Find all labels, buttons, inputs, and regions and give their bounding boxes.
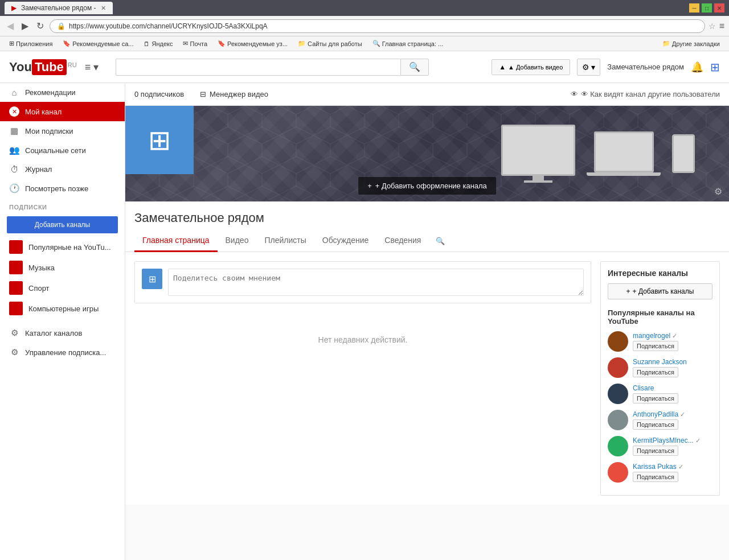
maximize-button[interactable]: □ [702,3,712,13]
channel-link-anthony[interactable]: AnthonyPadilla ✓ [633,410,712,418]
channel-name-header[interactable]: Замечательное рядом [607,63,684,71]
channel-avatar: ⊞ [125,106,194,174]
manage-icon: ⚙ [9,347,19,357]
sidebar-item-manage[interactable]: ⚙ Управление подписка... [0,343,125,362]
tab-home[interactable]: Главная страница [134,230,218,252]
bookmark-other[interactable]: 📁 Другие закладки [658,39,724,48]
add-channels-sidebar-button[interactable]: Добавить каналы [7,216,118,233]
sidebar-item-watch-later[interactable]: 🕐 Посмотреть позже [0,179,125,198]
channel-icon: ✕ [9,106,19,117]
search-button[interactable]: 🔍 [400,59,429,76]
dropdown-icon: ▾ [591,63,595,72]
sidebar-label: Рекомендации [25,88,76,97]
home-icon: ⌂ [9,88,19,97]
bookmark-recommended1[interactable]: 🔖 Рекомендуемые са... [58,39,138,48]
bookmark-label: Рекомендуемые уз... [227,40,288,47]
channel-art-settings-icon[interactable]: ⚙ [714,186,722,197]
sidebar-item-journal[interactable]: ⏱ Журнал [0,160,125,179]
close-button[interactable]: ✕ [714,3,724,13]
bookmark-recommended2[interactable]: 🔖 Рекомендуемые уз... [213,39,292,48]
subscribe-clisare-button[interactable]: Подписаться [633,393,678,403]
left-sidebar: ⌂ Рекомендации ✕ Мой канал ▦ Мои подписк… [0,83,125,560]
sidebar-channel-popular[interactable]: Популярные на YouTu... [0,237,125,257]
add-video-button[interactable]: ▲ ▲ Добавить видео [492,59,570,75]
youtube-page: YouTubeRU ≡ ▾ 🔍 ▲ ▲ Добавить видео ⚙ ▾ З… [0,51,729,560]
bookmark-work[interactable]: 📁 Сайты для работы [293,39,367,48]
apps-grid-button[interactable]: ⊞ [710,60,720,74]
laptop-base [587,172,661,176]
post-box: ⊞ [134,261,591,303]
channel-thumb-music [9,261,23,274]
youtube-logo[interactable]: YouTubeRU [9,59,77,75]
bookmark-star-button[interactable]: ☆ [708,22,716,31]
youtube-logo-area: YouTubeRU ≡ ▾ [9,57,102,77]
channel-link-karissa[interactable]: Karissa Pukas ✓ [633,463,712,471]
channel-body: ⊞ Нет недавних действий. [125,252,729,505]
channel-link-clisare[interactable]: Clisare [633,384,712,392]
channel-link-suzanne[interactable]: Suzanne Jackson [633,358,712,366]
subscribe-anthony-button[interactable]: Подписаться [633,419,678,430]
sidebar-item-my-channel[interactable]: ✕ Мой канал [0,102,125,121]
sidebar-item-catalog[interactable]: ⚙ Каталог каналов [0,323,125,343]
channel-thumb-sport [9,281,23,295]
sidebar-item-recommendations[interactable]: ⌂ Рекомендации [0,83,125,102]
browser-window: ▶ Замечательное рядом - ✕ ─ □ ✕ ◀ ▶ ↻ 🔒 … [0,0,729,560]
settings-button[interactable]: ⚙ ▾ [577,59,600,76]
sidebar-channel-sport[interactable]: Спорт [0,278,125,298]
sidebar-item-social[interactable]: 👥 Социальные сети [0,141,125,160]
channel-stats-bar: 0 подписчиков ⊟ Менеджер видео 👁 👁 Как в… [125,83,729,106]
bookmark-applications[interactable]: ⊞ Приложения [5,39,57,48]
sidebar-channel-music[interactable]: Музыка [0,257,125,278]
subscribe-karissa-button[interactable]: Подписаться [633,472,678,482]
tab-video[interactable]: Видео [218,230,257,252]
verified-icon: ✓ [672,332,677,340]
sidebar-item-subscriptions[interactable]: ▦ Мои подписки [0,121,125,141]
channel-art-area: ⊞ [125,106,729,201]
address-bar[interactable]: 🔒 https://www.youtube.com/channel/UCRYKn… [50,19,705,33]
channel-link-kermit[interactable]: KermitPlaysMInec... ✓ [633,437,712,444]
subscriptions-section-label: ПОДПИСКИ [0,198,125,213]
tab-playlists[interactable]: Плейлисты [256,230,314,252]
add-channel-art-button[interactable]: + + Добавить оформление канала [358,177,496,195]
back-button[interactable]: ◀ [5,18,16,34]
channel-thumb-games [9,302,23,315]
bookmark-yandex[interactable]: 🗒 Яндекс [139,39,177,48]
search-input[interactable] [116,59,400,76]
no-activity-text: Нет недавних действий. [318,335,408,344]
subscribe-mangelrogel-button[interactable]: Подписаться [633,341,678,351]
monitor-stand [533,176,544,180]
tab-discussion[interactable]: Обсуждение [314,230,377,252]
tab-search-button[interactable]: 🔍 [431,232,449,250]
no-activity-message: Нет недавних действий. [134,312,591,367]
hamburger-menu-button[interactable]: ≡ ▾ [81,57,103,77]
sidebar-label: Социальные сети [25,146,86,155]
bookmark-main[interactable]: 🔍 Главная страница: ... [368,39,448,48]
tab-close-button[interactable]: ✕ [101,5,106,12]
logo-ru: RU [68,61,77,68]
popular-channels-title: Популярные каналы на YouTube [608,308,712,326]
refresh-button[interactable]: ↻ [34,18,46,34]
tab-info[interactable]: Сведения [376,230,429,252]
bookmark-mail[interactable]: ✉ Почта [178,39,212,48]
notification-button[interactable]: 🔔 [691,61,703,73]
add-channels-right-button[interactable]: + + Добавить каналы [608,283,712,299]
channel-thumb-popular [9,240,23,254]
browser-menu-button[interactable]: ≡ [719,21,724,31]
forward-button[interactable]: ▶ [19,18,31,34]
browser-tab[interactable]: ▶ Замечательное рядом - ✕ [5,2,113,14]
subscribe-kermit-button[interactable]: Подписаться [633,446,678,456]
view-as-others-button[interactable]: 👁 👁 Как видят канал другие пользователи [571,90,720,98]
avatar-suzanne [608,357,628,378]
subscribe-suzanne-button[interactable]: Подписаться [633,367,678,377]
post-input[interactable] [168,269,584,296]
video-manager-button[interactable]: ⊟ Менеджер видео [195,88,273,101]
eye-icon: 👁 [571,90,578,98]
sidebar-channel-games[interactable]: Компьютерные игры [0,298,125,319]
post-avatar: ⊞ [142,269,162,289]
channel-link-mangelrogel[interactable]: mangelrogel ✓ [633,332,712,340]
subscriptions-icon: ▦ [9,126,19,136]
social-icon: 👥 [9,145,19,155]
channel-info-suzanne: Suzanne Jackson Подписаться [633,358,712,377]
minimize-button[interactable]: ─ [689,3,699,13]
youtube-header: YouTubeRU ≡ ▾ 🔍 ▲ ▲ Добавить видео ⚙ ▾ З… [0,51,729,83]
